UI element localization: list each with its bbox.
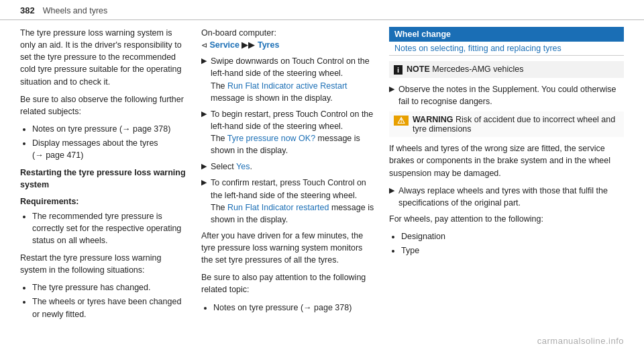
step-arrow-1: ▶ <box>201 56 207 104</box>
step-text-1: Swipe downwards on Touch Control on the … <box>211 55 376 104</box>
after-steps-para: After you have driven for a few minutes,… <box>201 230 376 266</box>
for-wheels-para: For wheels, pay attention to the followi… <box>389 213 624 225</box>
requirements-heading: Requirements: <box>20 195 188 208</box>
for-wheels-list: Designation Type <box>401 230 624 257</box>
req-bullets-list: The recommended tyre pressure is correct… <box>32 210 188 247</box>
breadcrumb-line: On-board computer: ⊲ Service ▶▶ Tyres <box>201 27 376 51</box>
note-label: NOTE <box>407 64 430 74</box>
body-para: If wheels and tyres of the wrong size ar… <box>389 142 624 179</box>
selecting-header: Notes on selecting, fitting and replacin… <box>389 42 624 56</box>
step-text-2: To begin restart, press Touch Control on… <box>211 108 376 157</box>
breadcrumb-icon: ⊲ <box>201 41 207 49</box>
list-item: The tyre pressure has changed. <box>32 281 188 294</box>
be-sure-para: Be sure to also pay attention to the fol… <box>201 271 376 296</box>
list-item: Designation <box>401 230 624 242</box>
step-4: ▶ To confirm restart, press Touch Contro… <box>201 177 376 226</box>
intro-para1: The tyre pressure loss warning system is… <box>20 27 188 88</box>
list-item: The wheels or tyres have been changed or… <box>32 296 188 320</box>
list-item: Notes on tyre pressure (→ page 378) <box>32 123 188 135</box>
warning-content: WARNING Risk of accident due to incorrec… <box>413 115 619 134</box>
breadcrumb-arrow: ▶▶ <box>241 40 257 50</box>
list-item: Type <box>401 244 624 257</box>
note-text: Mercedes-AMG vehicles <box>432 64 523 74</box>
tyres-link[interactable]: Tyres <box>258 40 279 50</box>
body-sub-text: Always replace wheels and tyres with tho… <box>398 185 624 209</box>
step-text-3: Select Yes. <box>211 161 252 173</box>
warning-icon: ⚠ <box>394 116 409 126</box>
col-left: The tyre pressure loss warning system is… <box>20 27 188 326</box>
page-title-header: Wheels and tyres <box>43 6 108 15</box>
note-icon: i <box>394 65 402 75</box>
col-middle: On-board computer: ⊲ Service ▶▶ Tyres ▶ … <box>201 27 376 326</box>
wheel-change-header: Wheel change <box>389 27 624 42</box>
service-link[interactable]: Service <box>209 40 239 50</box>
restart-para: Restart the tyre pressure loss warning s… <box>20 252 188 276</box>
note-content: NOTE Mercedes-AMG vehicles <box>407 64 523 74</box>
warning-label: WARNING <box>413 115 453 124</box>
list-item: Display messages about the tyres(→ page … <box>32 137 188 161</box>
step-3: ▶ Select Yes. <box>201 161 376 173</box>
main-content: The tyre pressure loss warning system is… <box>0 27 644 326</box>
run-flat-link-1[interactable]: Run Flat Indicator active Restart <box>227 81 347 91</box>
watermark: carmanualsoline.info <box>537 336 624 346</box>
intro-para2: Be sure to also observe the following fu… <box>20 93 188 118</box>
step-arrow-2: ▶ <box>201 109 207 157</box>
list-item: The recommended tyre pressure is correct… <box>32 210 188 247</box>
yes-link[interactable]: Yes <box>236 162 250 171</box>
page-header: 382 Wheels and tyres <box>0 0 644 20</box>
list-item: Notes on tyre pressure (→ page 378) <box>213 302 376 314</box>
restart-bullets-list: The tyre pressure has changed. The wheel… <box>32 281 188 320</box>
note-sub-text: Observe the notes in the Supplement. You… <box>398 83 624 107</box>
note-box: i NOTE Mercedes-AMG vehicles <box>389 61 624 78</box>
tyre-pressure-link[interactable]: Tyre pressure now OK? <box>227 134 315 143</box>
body-sub-item: ▶ Always replace wheels and tyres with t… <box>389 185 624 209</box>
warning-box: ⚠ WARNING Risk of accident due to incorr… <box>389 111 624 137</box>
run-flat-link-2[interactable]: Run Flat Indicator restarted <box>227 203 329 212</box>
be-sure-list: Notes on tyre pressure (→ page 378) <box>213 302 376 314</box>
restart-heading: Restarting the tyre pressure loss warnin… <box>20 167 188 191</box>
step-1: ▶ Swipe downwards on Touch Control on th… <box>201 55 376 104</box>
on-board-label: On-board computer: <box>201 28 276 38</box>
page-number: 382 <box>20 5 35 15</box>
step-arrow-4: ▶ <box>201 177 207 226</box>
step-text-4: To confirm restart, press Touch Control … <box>211 177 376 226</box>
page-container: 382 Wheels and tyres The tyre pressure l… <box>0 0 644 326</box>
step-2: ▶ To begin restart, press Touch Control … <box>201 108 376 157</box>
note-sub-arrow: ▶ <box>389 84 394 107</box>
body-sub-arrow: ▶ <box>389 185 394 209</box>
col-right: Wheel change Notes on selecting, fitting… <box>389 27 624 326</box>
bullets1-list: Notes on tyre pressure (→ page 378) Disp… <box>32 123 188 161</box>
note-sub-item: ▶ Observe the notes in the Supplement. Y… <box>389 83 624 107</box>
step-arrow-3: ▶ <box>201 161 207 173</box>
